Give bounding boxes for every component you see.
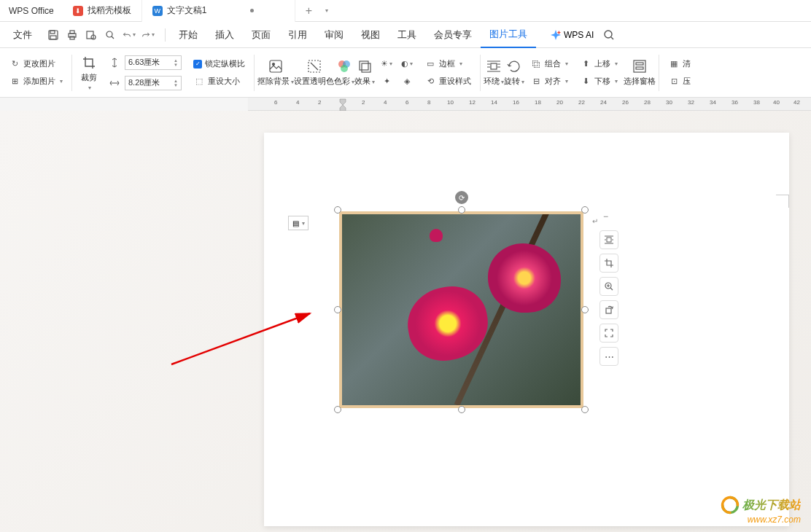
- fullscreen-float-button[interactable]: [599, 324, 618, 343]
- move-up-button[interactable]: ⬆上移▾: [580, 58, 618, 70]
- rotate-float-button[interactable]: [599, 300, 618, 319]
- contrast-icon[interactable]: ◐▾: [401, 58, 413, 70]
- height-input[interactable]: 8.28厘米▲▼: [125, 76, 182, 90]
- tab-menu-chevron-icon[interactable]: ▾: [325, 7, 328, 14]
- wrap-button[interactable]: 环绕▾: [484, 52, 504, 93]
- ribbon-group-misc: ▦清 ⊡压: [662, 48, 696, 97]
- resize-handle-bm[interactable]: [458, 406, 465, 413]
- ruler-tick: 28: [644, 99, 651, 106]
- resize-handle-ml[interactable]: [334, 306, 341, 313]
- add-picture-button[interactable]: ⊞ 添加图片▾: [9, 76, 63, 87]
- resize-handle-tl[interactable]: [334, 206, 341, 214]
- sharpen-icon[interactable]: ◈: [401, 76, 413, 87]
- rotate-button[interactable]: 旋转▾: [504, 52, 524, 93]
- wrap-small-icon: ▤: [292, 219, 299, 227]
- ruler-tick: 10: [447, 99, 454, 106]
- spinner-icon[interactable]: ▲▼: [174, 58, 178, 67]
- resize-handle-br[interactable]: [581, 406, 589, 413]
- save-icon[interactable]: [47, 28, 60, 42]
- brightness2-icon[interactable]: ✦: [381, 76, 392, 87]
- tab-templates[interactable]: ⬇ 找稻壳模板: [63, 0, 142, 22]
- group-button[interactable]: ⿻组合▾: [530, 58, 568, 70]
- reset-size-button[interactable]: ⬚ 重设大小: [193, 75, 240, 87]
- set-transparent-button[interactable]: 设置透明色: [294, 52, 334, 93]
- menu-picture-tools[interactable]: 图片工具: [481, 22, 536, 48]
- tab-document[interactable]: W 文字文稿1: [142, 0, 295, 22]
- crop-float-button[interactable]: [599, 254, 618, 273]
- resize-handle-tm[interactable]: [458, 206, 465, 214]
- print-preview-icon[interactable]: [85, 28, 98, 42]
- resize-handle-tr[interactable]: [581, 206, 589, 214]
- ruler-tick: 22: [578, 99, 585, 106]
- wps-ai-button[interactable]: WPS AI: [551, 30, 594, 40]
- compress-button[interactable]: ⊡压: [668, 76, 691, 87]
- wrap-layout-button[interactable]: ▤▾: [288, 216, 309, 230]
- watermark: 极光下载站 www.xz7.com: [721, 496, 801, 525]
- add-tab-button[interactable]: +: [295, 4, 322, 17]
- ruler-tick: 38: [753, 99, 760, 106]
- lock-ratio-checkbox[interactable]: ✓ 锁定纵横比: [193, 58, 245, 69]
- menu-member[interactable]: 会员专享: [425, 22, 481, 48]
- svg-rect-5: [70, 36, 74, 39]
- svg-rect-24: [606, 308, 611, 313]
- ruler-tick: 26: [622, 99, 629, 106]
- ruler-tick: 16: [513, 99, 519, 106]
- menu-page[interactable]: 页面: [243, 22, 279, 48]
- crop-button[interactable]: 裁剪▾: [81, 52, 97, 93]
- ribbon-separator: [71, 55, 72, 91]
- search-icon[interactable]: [602, 28, 616, 42]
- menu-reference[interactable]: 引用: [279, 22, 316, 48]
- color-button[interactable]: 色彩▾: [334, 52, 354, 93]
- more-float-button[interactable]: ⋯: [599, 347, 618, 366]
- ruler-tick: 12: [469, 99, 476, 106]
- rotate-handle[interactable]: ⟳: [455, 191, 468, 204]
- menu-review[interactable]: 审阅: [316, 22, 352, 48]
- ribbon-separator: [659, 55, 659, 91]
- clear-icon: ▦: [668, 58, 680, 70]
- menu-file[interactable]: 文件: [4, 22, 41, 48]
- collapse-icon[interactable]: −: [603, 211, 615, 223]
- selection-pane-icon: [632, 58, 648, 74]
- selected-image[interactable]: ⟳: [339, 211, 583, 408]
- checkbox-checked-icon: ✓: [193, 60, 202, 69]
- svg-rect-16: [360, 61, 368, 70]
- svg-point-9: [605, 31, 612, 38]
- move-down-button[interactable]: ⬇下移▾: [580, 76, 618, 87]
- watermark-logo-icon: [721, 496, 740, 515]
- change-picture-button[interactable]: ↻ 更改图片: [9, 58, 55, 70]
- effect-button[interactable]: 效果▾: [354, 52, 375, 93]
- menu-start[interactable]: 开始: [170, 22, 206, 48]
- align-button[interactable]: ⊟对齐▾: [530, 76, 568, 87]
- width-input[interactable]: 6.63厘米▲▼: [125, 55, 182, 70]
- move-down-icon: ⬇: [580, 76, 591, 87]
- reset-style-button[interactable]: ⟲ 重设样式: [424, 76, 471, 87]
- wrap-icon: [486, 58, 502, 74]
- crop-icon: [81, 55, 97, 71]
- layout-options-button[interactable]: [599, 230, 618, 249]
- print-icon[interactable]: [66, 28, 79, 42]
- menu-view[interactable]: 视图: [352, 22, 389, 48]
- border-button[interactable]: ▭ 边框▾: [424, 58, 462, 70]
- brightness-icon[interactable]: ☀▾: [381, 58, 392, 70]
- modified-dot-icon: [250, 9, 254, 12]
- remove-background-button[interactable]: 抠除背景▾: [257, 52, 294, 93]
- preview-icon[interactable]: [104, 28, 117, 42]
- refresh-icon: ↻: [9, 58, 20, 70]
- menu-insert[interactable]: 插入: [206, 22, 243, 48]
- resize-handle-mr[interactable]: [581, 306, 589, 313]
- watermark-url: www.xz7.com: [721, 515, 801, 525]
- undo-icon[interactable]: ▾: [123, 28, 136, 42]
- resize-handle-bl[interactable]: [334, 406, 341, 413]
- ruler-tick: 4: [384, 99, 387, 106]
- redo-icon[interactable]: ▾: [141, 28, 155, 42]
- zoom-float-button[interactable]: [599, 277, 618, 296]
- indent-markers-icon[interactable]: [337, 98, 349, 112]
- ribbon-group-lock: ✓ 锁定纵横比 ⬚ 重设大小: [187, 48, 251, 97]
- image-float-toolbar: − ⋯: [599, 211, 618, 366]
- selection-pane-button[interactable]: 选择窗格: [624, 52, 656, 93]
- clear-button[interactable]: ▦清: [668, 58, 691, 70]
- spinner-icon[interactable]: ▲▼: [174, 79, 178, 87]
- svg-rect-21: [636, 67, 643, 69]
- menu-tools[interactable]: 工具: [389, 22, 425, 48]
- horizontal-ruler[interactable]: 6 4 2 2 4 6 8 10 12 14 16 18 20 22 24 26…: [248, 98, 811, 111]
